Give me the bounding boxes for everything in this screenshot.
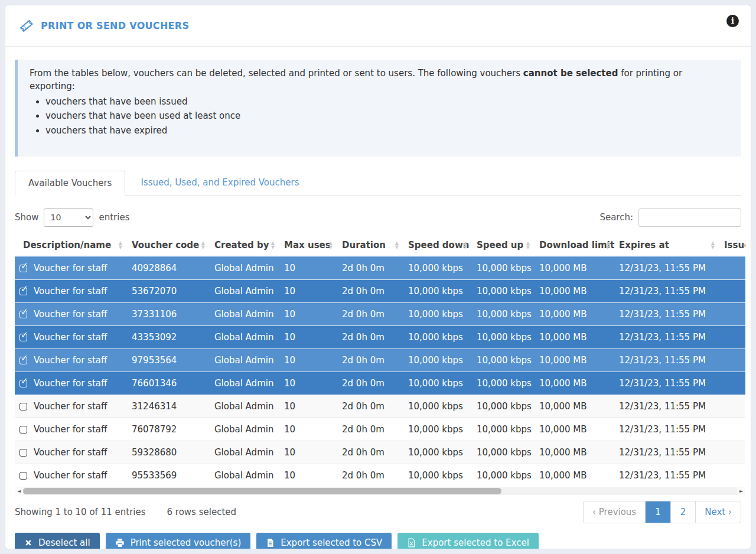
cell-max_uses: 10 [279,302,337,325]
table-row[interactable]: Voucher for staff40928864Global Admin102… [15,256,745,280]
scroll-left-icon[interactable]: ◄ [15,487,23,495]
cell-download_limit: 10,000 MB [535,464,614,487]
cell-issued [719,418,745,441]
table-row[interactable]: Voucher for staff95533569Global Admin102… [15,464,745,487]
column-header-issued[interactable]: Issued▲▼ [719,234,745,256]
cell-speed_down: 10,000 kbps [403,395,472,418]
cell-code: 37331106 [127,302,210,325]
cell-speed_up: 10,000 kbps [472,302,535,325]
column-header-speed-up[interactable]: Speed up▲▼ [472,234,535,256]
cell-speed_up: 10,000 kbps [472,371,535,395]
description-cell: Voucher for staff [15,279,127,302]
cell-issued [719,348,745,371]
description-cell: Voucher for staff [15,371,127,395]
column-header-description-name[interactable]: Description/name▲▼ [15,234,127,256]
column-label: Max uses [284,240,331,250]
table-row[interactable]: Voucher for staff31246314Global Admin102… [15,395,745,418]
cell-code: 53672070 [127,279,210,302]
sort-arrows-icon: ▲▼ [711,241,715,249]
cell-duration: 2d 0h 0m [337,371,403,395]
column-header-max-uses[interactable]: Max uses▲▼ [279,234,337,256]
info-callout: From the tables below, vouchers can be d… [15,60,741,157]
checkbox-unchecked-icon[interactable] [19,449,27,457]
cell-code: 40928864 [127,256,210,280]
cell-max_uses: 10 [279,348,337,371]
cell-code: 59328680 [127,441,210,464]
column-header-created-by[interactable]: Created by▲▼ [210,234,279,256]
page-size-select[interactable]: 10 [44,208,93,227]
export-excel-button[interactable]: Export selected to Excel [397,533,539,549]
cell-speed_down: 10,000 kbps [403,441,472,464]
checkbox-unchecked-icon[interactable] [19,403,27,410]
cell-expires_at: 12/31/23, 11:55 PM [614,464,719,487]
cell-expires_at: 12/31/23, 11:55 PM [614,279,719,302]
sort-arrows-icon: ▲▼ [119,241,122,249]
horizontal-scrollbar[interactable]: ◄ ► [15,487,745,495]
voucher-name: Voucher for staff [34,447,107,458]
checkbox-unchecked-icon[interactable] [19,426,27,434]
cell-issued [719,464,745,487]
cell-created_by: Global Admin [210,325,279,348]
export-csv-button[interactable]: Export selected to CSV [256,533,392,549]
deselect-all-button[interactable]: Deselect all [15,533,100,549]
file-text-icon [266,538,275,548]
cell-speed_up: 10,000 kbps [472,464,535,487]
cell-issued [719,279,745,302]
info-icon[interactable]: i [726,15,739,27]
scrollbar-thumb[interactable] [23,488,501,494]
cell-download_limit: 10,000 MB [535,302,614,325]
checkbox-checked-icon[interactable] [19,288,27,295]
column-header-voucher-code[interactable]: Voucher code▲▼ [127,234,210,256]
table-row[interactable]: Voucher for staff37331106Global Admin102… [15,302,745,325]
tab-issued-used-expired-vouchers[interactable]: Issued, Used, and Expired Vouchers [125,171,314,195]
next-page-button[interactable]: Next › [695,501,741,523]
cell-issued [719,441,745,464]
cell-max_uses: 10 [279,279,337,302]
cell-speed_down: 10,000 kbps [403,325,472,348]
cell-expires_at: 12/31/23, 11:55 PM [614,371,719,395]
table-row[interactable]: Voucher for staff76078792Global Admin102… [15,418,745,441]
cell-code: 76078792 [127,418,210,441]
scrollbar-track[interactable] [23,487,737,495]
checkbox-unchecked-icon[interactable] [19,472,27,480]
table-row[interactable]: Voucher for staff97953564Global Admin102… [15,348,745,371]
tab-available-vouchers[interactable]: Available Vouchers [15,171,125,195]
cell-download_limit: 10,000 MB [535,256,614,280]
cell-duration: 2d 0h 0m [337,348,403,371]
table-row[interactable]: Voucher for staff43353092Global Admin102… [15,325,745,348]
checkbox-checked-icon[interactable] [19,380,27,387]
panel-content: From the tables below, vouchers can be d… [5,60,751,549]
column-header-duration[interactable]: Duration▲▼ [337,234,403,256]
column-header-speed-down[interactable]: Speed down▲▼ [403,234,472,256]
description-cell: Voucher for staff [15,325,127,348]
button-label: Export selected to CSV [281,537,382,548]
previous-page-button[interactable]: ‹ Previous [584,501,645,523]
cell-duration: 2d 0h 0m [337,302,403,325]
column-label: Speed down [408,240,469,250]
print-selected-button[interactable]: Print selected voucher(s) [106,533,251,549]
cell-download_limit: 10,000 MB [535,279,614,302]
scroll-right-icon[interactable]: ► [737,487,745,495]
cell-issued [719,256,745,280]
cell-expires_at: 12/31/23, 11:55 PM [614,302,719,325]
cell-expires_at: 12/31/23, 11:55 PM [614,256,719,280]
panel-header: PRINT OR SEND VOUCHERS i [5,5,751,47]
search-input[interactable] [638,208,741,227]
checkbox-checked-icon[interactable] [19,265,27,272]
page-button-1[interactable]: 1 [645,501,670,523]
cell-code: 31246314 [127,395,210,418]
cell-speed_up: 10,000 kbps [472,256,535,280]
checkbox-checked-icon[interactable] [19,357,27,364]
column-header-expires-at[interactable]: Expires at▲▼ [614,234,719,256]
voucher-name: Voucher for staff [34,286,107,296]
cell-code: 97953564 [127,348,210,371]
table-row[interactable]: Voucher for staff53672070Global Admin102… [15,279,745,302]
checkbox-checked-icon[interactable] [19,311,27,318]
cell-speed_up: 10,000 kbps [472,418,535,441]
table-row[interactable]: Voucher for staff59328680Global Admin102… [15,441,745,464]
checkbox-checked-icon[interactable] [19,334,27,341]
callout-bullet: vouchers that have been issued [45,96,729,109]
page-button-2[interactable]: 2 [670,501,696,523]
table-row[interactable]: Voucher for staff76601346Global Admin102… [15,371,745,395]
column-header-download-limit[interactable]: Download limit▲▼ [535,234,614,256]
